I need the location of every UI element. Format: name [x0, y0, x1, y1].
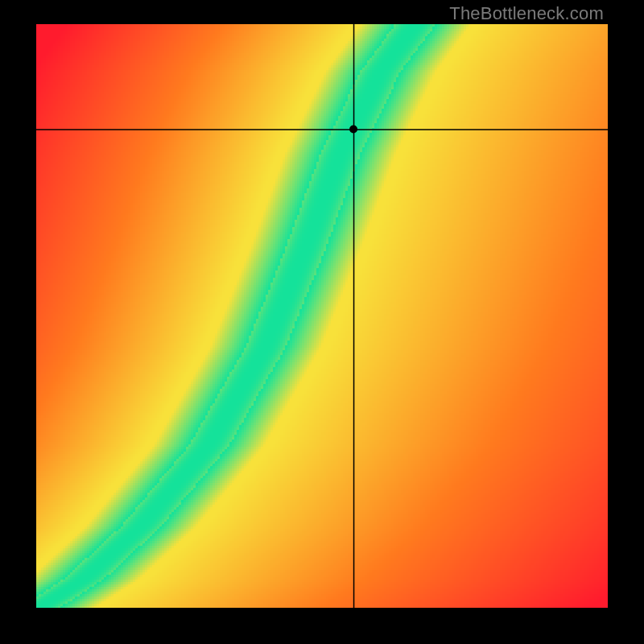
chart-container: TheBottleneck.com — [0, 0, 644, 644]
watermark-text: TheBottleneck.com — [449, 3, 604, 24]
crosshair-overlay — [36, 24, 608, 608]
